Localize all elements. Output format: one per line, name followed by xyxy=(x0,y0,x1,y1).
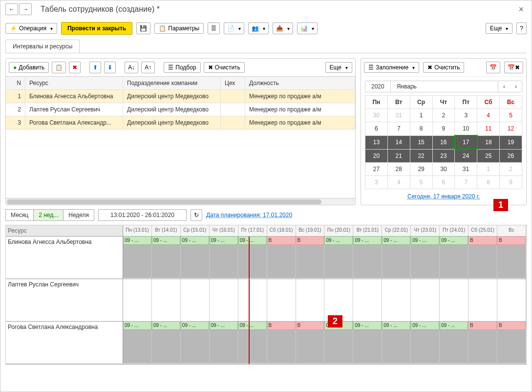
planner-cell[interactable] xyxy=(468,279,497,321)
planner-cell[interactable]: 09 - ... xyxy=(123,237,152,279)
params-button[interactable]: 📋 Параметры xyxy=(154,23,204,34)
planner-cell[interactable]: В xyxy=(468,322,497,364)
calendar-day[interactable]: 24 xyxy=(455,149,477,163)
planner-cell[interactable] xyxy=(353,279,382,321)
planner-cell[interactable] xyxy=(123,279,152,321)
planner-cell[interactable]: 09 - ... xyxy=(152,322,181,364)
planner-cell[interactable]: 09 - ... xyxy=(324,237,353,279)
calendar-day[interactable]: 7 xyxy=(455,176,477,189)
col-resource[interactable]: Ресурс xyxy=(25,77,123,89)
calendar-next[interactable]: › xyxy=(510,81,522,92)
planner-cell[interactable]: В xyxy=(296,237,325,279)
col-n[interactable]: N xyxy=(6,77,25,89)
close-icon[interactable]: × xyxy=(515,4,527,15)
calendar-day[interactable]: 6 xyxy=(432,176,455,189)
calendar-day[interactable]: 2 xyxy=(432,109,455,122)
chart-dropdown[interactable]: 📊 xyxy=(297,22,318,34)
calendar-day[interactable]: 14 xyxy=(387,135,410,149)
calendar-day[interactable]: 8 xyxy=(410,122,432,136)
planner-cell[interactable]: 09 - ... xyxy=(152,237,181,279)
planner-cell[interactable]: 09 - ... xyxy=(411,237,440,279)
table-row[interactable]: 1Блинова Агнесса АльбертовнаДилерский це… xyxy=(6,90,355,103)
planner-cell[interactable]: 09 - ... xyxy=(353,237,382,279)
view-2weeks[interactable]: 2 нед... xyxy=(34,210,64,220)
planner-cell[interactable] xyxy=(181,279,210,321)
pick-button[interactable]: ☰ Подбор xyxy=(164,62,200,73)
calendar-month[interactable]: Январь xyxy=(391,81,498,92)
calendar-day[interactable]: 13 xyxy=(365,135,388,149)
calendar-day[interactable]: 18 xyxy=(477,135,500,149)
planner-cell[interactable]: 09 - ... xyxy=(324,322,353,364)
col-department[interactable]: Подразделение компании xyxy=(123,77,221,89)
planner-cell[interactable]: 09 - ... xyxy=(181,237,210,279)
planner-cell[interactable]: В xyxy=(267,237,296,279)
calendar-day[interactable]: 4 xyxy=(387,176,410,189)
planner-cell[interactable]: 09 - ... xyxy=(181,322,210,364)
calendar-day[interactable]: 7 xyxy=(387,122,410,136)
fill-button[interactable]: ☰ Заполнение xyxy=(364,62,419,73)
planner-resource[interactable]: Блинова Агнесса Альбертовна xyxy=(6,237,123,279)
planner-cell[interactable] xyxy=(440,279,468,321)
add-button[interactable]: ● Добавить xyxy=(9,62,49,73)
calendar-day[interactable]: 20 xyxy=(365,149,388,163)
calendar-day[interactable]: 3 xyxy=(365,176,388,189)
calendar-remove-button[interactable]: 📅✖ xyxy=(504,62,523,73)
planner-cell[interactable] xyxy=(497,279,526,321)
calendar-day[interactable]: 12 xyxy=(500,122,522,136)
calendar-day[interactable]: 25 xyxy=(477,149,500,163)
calendar-day[interactable]: 11 xyxy=(477,122,500,136)
calendar-day[interactable]: 19 xyxy=(500,135,522,149)
horizontal-scrollbar[interactable] xyxy=(6,198,355,205)
planner-cell[interactable] xyxy=(267,279,296,321)
planner-cell[interactable]: 09 - ... xyxy=(440,237,468,279)
doc-dropdown-2[interactable]: 📤 xyxy=(273,22,293,34)
planner-cell[interactable]: 09 - ... xyxy=(440,322,468,364)
calendar-day[interactable]: 23 xyxy=(432,149,455,163)
forward-button[interactable]: → xyxy=(19,3,32,15)
planner-cell[interactable]: 09 - ... xyxy=(123,322,152,364)
calendar-year[interactable]: 2020 xyxy=(365,81,391,92)
planner-cell[interactable]: 09 - ... xyxy=(411,322,440,364)
sort-desc-button[interactable]: A↑ xyxy=(141,62,155,73)
calendar-day[interactable]: 16 xyxy=(432,135,455,149)
calendar-day[interactable]: 28 xyxy=(387,163,410,176)
calendar-prev[interactable]: ‹ xyxy=(498,81,510,92)
calendar-day[interactable]: 21 xyxy=(387,149,410,163)
plan-date-link[interactable]: Дата планирования: 17.01.2020 xyxy=(206,212,292,218)
planner-cell[interactable]: 09 - ... xyxy=(382,237,411,279)
planner-cell[interactable]: 09 - ... xyxy=(382,322,411,364)
move-down-button[interactable]: ⬇ xyxy=(104,62,116,73)
planner-cell[interactable] xyxy=(210,279,238,321)
calendar-day[interactable]: 31 xyxy=(387,109,410,122)
clear2-button[interactable]: ✖ Очистить xyxy=(423,62,464,73)
save-button[interactable]: 💾 xyxy=(136,22,150,34)
date-range[interactable]: 13:01:2020 - 26:01:2020 xyxy=(98,209,187,221)
tree-button[interactable]: ☰ xyxy=(208,22,220,34)
calendar-view-button[interactable]: 📅 xyxy=(486,62,500,73)
planner-cell[interactable]: 09 - ... xyxy=(238,237,267,279)
delete-button[interactable]: ✖ xyxy=(69,62,81,73)
calendar-day[interactable]: 31 xyxy=(455,163,477,176)
planner-cell[interactable]: В xyxy=(468,237,497,279)
calendar-day[interactable]: 1 xyxy=(410,109,432,122)
planner-cell[interactable]: 09 - ... xyxy=(210,322,238,364)
table-row[interactable]: 2Лаптев Руслан СергеевичДилерский центр … xyxy=(6,103,355,116)
planner-cell[interactable]: 09 - ... xyxy=(353,322,382,364)
table-row[interactable]: 3Рогова Светлана Александр...Дилерский ц… xyxy=(6,116,355,130)
calendar-day[interactable]: 3 xyxy=(455,109,477,122)
planner-cell[interactable] xyxy=(411,279,440,321)
view-week[interactable]: Неделя xyxy=(64,210,94,220)
planner-resource[interactable]: Рогова Светлана Александровна xyxy=(6,322,123,364)
help-button[interactable]: ? xyxy=(516,22,527,34)
users-dropdown[interactable]: 👥 xyxy=(248,22,269,34)
col-shop[interactable]: Цех xyxy=(221,77,245,89)
calendar-day[interactable]: 9 xyxy=(432,122,455,136)
calendar-day[interactable]: 30 xyxy=(365,109,388,122)
planner-cell[interactable]: В xyxy=(497,322,526,364)
doc-dropdown-1[interactable]: 📄 xyxy=(224,22,244,34)
calendar-day[interactable]: 29 xyxy=(410,163,432,176)
planner-cell[interactable]: 09 - ... xyxy=(238,322,267,364)
calendar-day[interactable]: 22 xyxy=(410,149,432,163)
calendar-day[interactable]: 1 xyxy=(477,163,500,176)
more-button[interactable]: Еще xyxy=(486,23,512,34)
